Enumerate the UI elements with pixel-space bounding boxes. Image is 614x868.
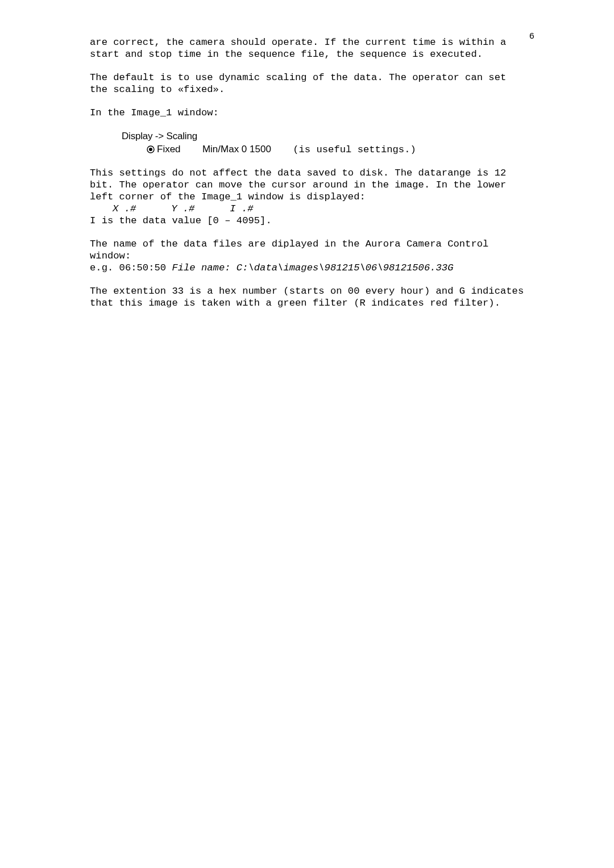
menu-instruction-block: Display -> Scaling Fixed Min/Max 0 1500 … — [90, 131, 524, 156]
radio-selected-icon — [147, 145, 155, 153]
menu-path-line: Display -> Scaling — [122, 131, 524, 143]
svg-point-1 — [149, 148, 152, 151]
xyi-readout-line: X .# Y .# I .# — [113, 203, 524, 215]
menu-option-line: Fixed Min/Max 0 1500 (is useful settings… — [122, 144, 524, 156]
paragraph-block: The name of the data files are diplayed … — [90, 239, 524, 274]
paragraph: The extention 33 is a hex number (starts… — [90, 286, 524, 310]
useful-settings-note: (is useful settings.) — [293, 144, 416, 155]
paragraph: are correct, the camera should operate. … — [90, 37, 524, 61]
paragraph: The default is to use dynamic scaling of… — [90, 72, 524, 96]
paragraph: I is the data value [0 – 4095]. — [90, 215, 524, 227]
document-page: 6 are correct, the camera should operate… — [0, 0, 614, 868]
page-number: 6 — [529, 31, 534, 42]
paragraph: The name of the data files are diplayed … — [90, 239, 488, 261]
minmax-label: Min/Max 0 1500 — [202, 144, 271, 155]
paragraph: This settings do not affect the data sav… — [90, 168, 506, 202]
example-filename: File name: C:\data\images\981215\06\9812… — [172, 262, 453, 273]
paragraph-block: This settings do not affect the data sav… — [90, 168, 524, 203]
paragraph: In the Image_1 window: — [90, 107, 524, 119]
fixed-option-label: Fixed — [157, 144, 181, 155]
example-prefix: e.g. 06:50:50 — [90, 262, 172, 273]
